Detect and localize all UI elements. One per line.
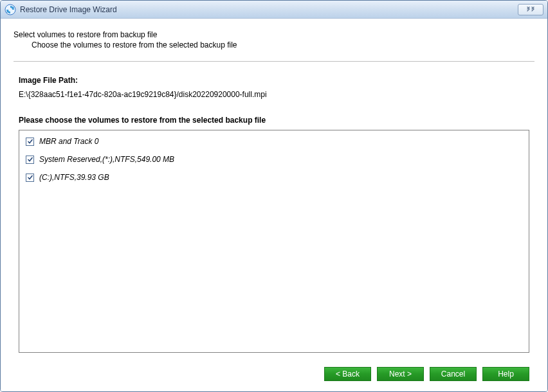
- header-subtitle: Choose the volumes to restore from the s…: [14, 40, 534, 49]
- wizard-window: Restore Drive Image Wizard Select volume…: [0, 0, 548, 392]
- cancel-button[interactable]: Cancel: [430, 367, 477, 381]
- volume-item: MBR and Track 0: [26, 137, 522, 146]
- app-icon: [5, 4, 16, 15]
- volume-checkbox[interactable]: [26, 138, 34, 146]
- volumes-list: MBR and Track 0 System Reserved,(*:),NTF…: [19, 130, 529, 353]
- volume-checkbox[interactable]: [26, 174, 34, 182]
- titlebar: Restore Drive Image Wizard: [1, 1, 547, 19]
- volume-checkbox[interactable]: [26, 156, 34, 164]
- path-value: E:\{328aac51-f1e1-47dc-820a-ac19c9219c84…: [19, 90, 529, 99]
- wizard-header: Select volumes to restore from backup fi…: [14, 30, 534, 49]
- volumes-prompt: Please choose the volumes to restore fro…: [19, 116, 529, 125]
- window-title: Restore Drive Image Wizard: [20, 5, 518, 14]
- volume-item: System Reserved,(*:),NTFS,549.00 MB: [26, 155, 522, 164]
- volume-item: (C:),NTFS,39.93 GB: [26, 173, 522, 182]
- volume-label: (C:),NTFS,39.93 GB: [39, 173, 109, 182]
- button-row: < Back Next > Cancel Help: [19, 367, 529, 381]
- path-label: Image File Path:: [19, 76, 529, 85]
- next-button[interactable]: Next >: [377, 367, 424, 381]
- close-button[interactable]: [518, 4, 543, 15]
- volume-label: MBR and Track 0: [39, 137, 98, 146]
- content: Image File Path: E:\{328aac51-f1e1-47dc-…: [14, 76, 534, 381]
- back-button[interactable]: < Back: [324, 367, 371, 381]
- volume-label: System Reserved,(*:),NTFS,549.00 MB: [39, 155, 174, 164]
- body-area: Select volumes to restore from backup fi…: [1, 19, 547, 391]
- help-button[interactable]: Help: [482, 367, 529, 381]
- header-title: Select volumes to restore from backup fi…: [14, 30, 534, 39]
- divider: [14, 61, 534, 62]
